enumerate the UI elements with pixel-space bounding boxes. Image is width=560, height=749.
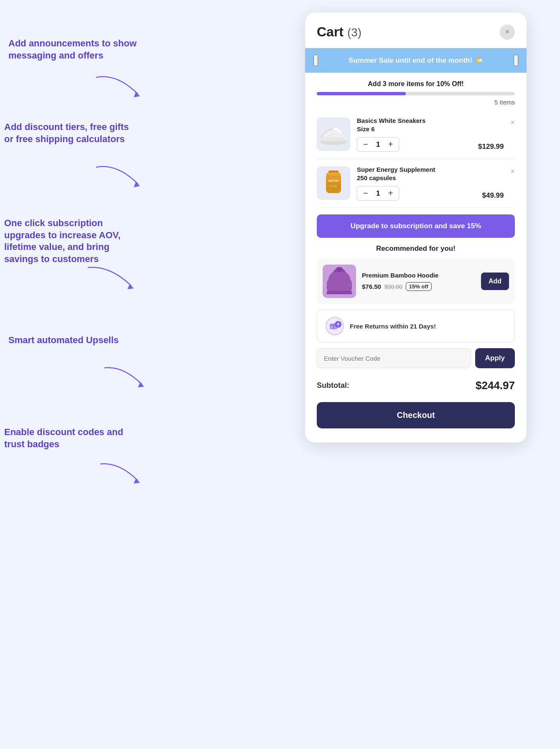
rec-discount-badge: 15% off [406,282,432,291]
item-name-supplement: Super Energy Supplement 250 capsules [357,166,475,182]
recommendations-section: Recommended for you! Premium Bamboo Hood… [305,245,527,304]
annotation-2: Add discount tiers, free gifts or free s… [4,121,134,145]
arrow-4-icon [100,364,146,393]
recommendations-title: Recommended for you! [317,245,515,253]
hoodie-icon [325,266,354,297]
remove-item-supplement[interactable]: × [510,167,515,176]
annotation-4: Smart automated Upsells [8,334,138,346]
subtotal-label: Subtotal: [317,381,349,390]
items-count: 5 Items [317,99,515,106]
svg-text:ACTIV: ACTIV [328,179,339,183]
subtotal-row: Subtotal: $244.97 [305,375,527,396]
subscription-button[interactable]: Upgrade to subscription and save 15% [317,214,515,238]
apply-button[interactable]: Apply [475,348,515,368]
arrow-5-icon [96,460,142,489]
progress-section: Add 3 more items for 10% Off! 5 Items [305,73,527,110]
item-details-sneakers: Basics White Sneakers Size 6 − 1 + [357,117,471,152]
rec-item-image [323,265,356,298]
cart-header: Cart (3) × [305,13,527,48]
arrow-3-icon [84,263,138,297]
cart-title: Cart (3) [317,24,361,40]
item-image-supplement: ACTIV Energy [317,166,350,200]
trust-badge-icon [326,317,344,335]
rec-item-prices: $76.50 $90.00 15% off [362,282,475,291]
remove-item-sneakers[interactable]: × [510,118,515,127]
rec-price-new: $76.50 [362,283,381,290]
item-price-supplement: $49.99 [482,191,504,201]
arrow-1-icon [92,73,142,107]
announcement-text: Summer Sale until end of the month! 🌤️ [349,56,483,65]
svg-point-12 [326,172,341,176]
cart-items-list: Basics White Sneakers Size 6 − 1 + $129.… [305,110,527,208]
svg-point-13 [336,267,342,270]
cart-item: ACTIV Energy Super Energy Supplement 250… [317,159,515,208]
annotation-5: Enable discount codes and trust badges [4,426,134,450]
cart-item: Basics White Sneakers Size 6 − 1 + $129.… [317,110,515,159]
subtotal-value: $244.97 [476,379,515,392]
arrow-2-icon [92,163,142,196]
trust-badge-text: Free Returns within 21 Days! [350,323,436,330]
banner-next-button[interactable]: › [514,55,518,66]
announcement-banner: ‹ Summer Sale until end of the month! 🌤️… [305,48,527,73]
rec-item-details: Premium Bamboo Hoodie $76.50 $90.00 15% … [362,272,475,291]
recommendation-item: Premium Bamboo Hoodie $76.50 $90.00 15% … [317,259,515,304]
progress-label: Add 3 more items for 10% Off! [317,80,515,88]
supplement-icon: ACTIV Energy [321,168,346,198]
progress-bar-fill [317,92,406,95]
annotation-1: Add announcements to show messaging and … [8,38,138,61]
banner-prev-button[interactable]: ‹ [313,55,318,66]
checkout-button[interactable]: Checkout [317,402,515,428]
item-details-supplement: Super Energy Supplement 250 capsules − 1… [357,166,475,201]
progress-bar-background [317,92,515,95]
rec-item-name: Premium Bamboo Hoodie [362,272,475,279]
item-name-sneakers: Basics White Sneakers Size 6 [357,117,471,133]
trust-badge: Free Returns within 21 Days! [317,310,515,342]
rec-price-old: $90.00 [384,283,402,290]
quantity-control-supplement: − 1 + [357,186,399,201]
decrease-qty-supplement[interactable]: − [361,189,370,198]
voucher-input[interactable] [317,348,471,368]
cart-panel: Cart (3) × ‹ Summer Sale until end of th… [305,13,527,443]
item-image-sneakers [317,117,350,151]
increase-qty-sneakers[interactable]: + [387,140,395,149]
rec-add-button[interactable]: Add [481,273,509,290]
close-button[interactable]: × [500,25,515,40]
qty-value-sneakers: 1 [375,141,382,148]
svg-rect-6 [322,138,344,141]
annotation-3: One click subscription upgrades to incre… [4,217,134,265]
sneaker-icon [318,122,349,147]
decrease-qty-sneakers[interactable]: − [361,140,370,149]
svg-text:Energy: Energy [329,185,337,187]
quantity-control-sneakers: − 1 + [357,137,399,152]
qty-value-supplement: 1 [375,190,382,197]
increase-qty-supplement[interactable]: + [387,189,395,198]
voucher-section: Apply [317,348,515,368]
item-price-sneakers: $129.99 [478,143,504,152]
